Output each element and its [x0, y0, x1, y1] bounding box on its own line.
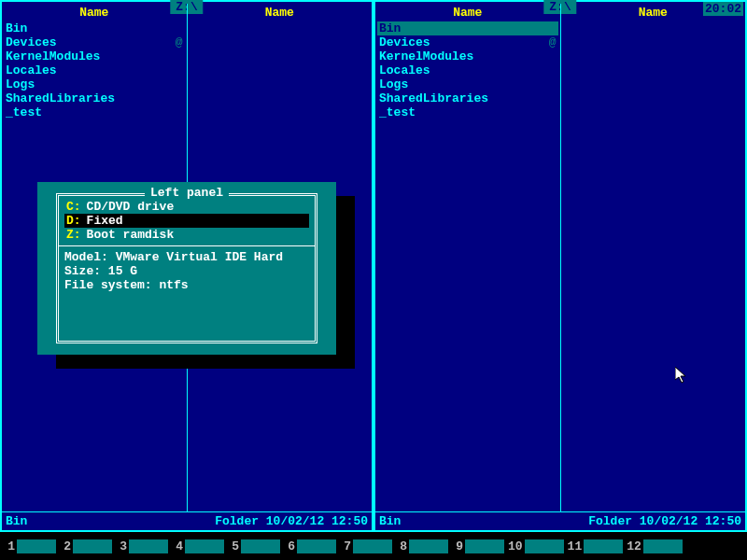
right-footer-name: Bin — [379, 514, 401, 528]
list-item[interactable]: SharedLibraries — [4, 91, 185, 105]
list-item[interactable]: _test — [4, 105, 185, 119]
function-key-bar: 123456789101112 — [0, 532, 747, 560]
fkey-10[interactable]: 10 — [508, 539, 564, 553]
fkey-9[interactable]: 9 — [452, 539, 504, 553]
info-size-value: 15 G — [108, 264, 137, 278]
list-item[interactable]: Logs — [4, 77, 185, 91]
drive-list[interactable]: C:CD/DVD driveD:FixedZ:Boot ramdisk — [64, 200, 309, 242]
fkey-3[interactable]: 3 — [116, 539, 168, 553]
list-item[interactable]: Bin — [377, 21, 558, 35]
fkey-5[interactable]: 5 — [228, 539, 280, 553]
col-header: Name — [188, 4, 373, 21]
drive-item[interactable]: C:CD/DVD drive — [64, 200, 309, 214]
fkey-2[interactable]: 2 — [60, 539, 112, 553]
list-item[interactable]: Locales — [377, 63, 558, 77]
list-item[interactable]: SharedLibraries — [377, 91, 558, 105]
clock: 20:02 — [703, 2, 743, 16]
info-fs-label: File system: — [64, 278, 152, 292]
right-file-list[interactable]: BinDevices@KernelModulesLocalesLogsShare… — [375, 21, 560, 119]
list-item[interactable]: Devices@ — [377, 35, 558, 49]
drive-select-dialog: Left panel C:CD/DVD driveD:FixedZ:Boot r… — [37, 182, 336, 355]
list-item[interactable]: _test — [377, 105, 558, 119]
col-header: Name — [375, 4, 560, 21]
drive-item[interactable]: D:Fixed — [64, 214, 309, 228]
fkey-8[interactable]: 8 — [396, 539, 448, 553]
drive-item[interactable]: Z:Boot ramdisk — [64, 228, 309, 242]
fkey-4[interactable]: 4 — [172, 539, 224, 553]
left-footer-name: Bin — [6, 514, 27, 528]
info-model-value: VMware Virtual IDE Hard — [116, 250, 283, 264]
list-item[interactable]: KernelModules — [377, 49, 558, 63]
info-model-label: Model: — [64, 250, 108, 264]
info-fs-value: ntfs — [159, 278, 188, 292]
list-item[interactable]: Logs — [377, 77, 558, 91]
col-header: Name — [2, 4, 187, 21]
left-footer-info: Folder 10/02/12 12:50 — [215, 514, 368, 528]
list-item[interactable]: Locales — [4, 63, 185, 77]
fkey-7[interactable]: 7 — [340, 539, 392, 553]
left-file-list[interactable]: BinDevices@KernelModulesLocalesLogsShare… — [2, 21, 187, 119]
list-item[interactable]: Bin — [4, 21, 185, 35]
fkey-6[interactable]: 6 — [284, 539, 336, 553]
fkey-12[interactable]: 12 — [627, 539, 683, 553]
dialog-title: Left panel — [145, 186, 229, 200]
fkey-1[interactable]: 1 — [4, 539, 56, 553]
list-item[interactable]: KernelModules — [4, 49, 185, 63]
right-col-1: Name BinDevices@KernelModulesLocalesLogs… — [375, 4, 561, 511]
fkey-11[interactable]: 11 — [568, 539, 624, 553]
dialog-separator — [59, 245, 315, 246]
right-footer-info: Folder 10/02/12 12:50 — [588, 514, 741, 528]
right-col-2: Name — [561, 4, 746, 511]
info-size-label: Size: — [64, 264, 101, 278]
list-item[interactable]: Devices@ — [4, 35, 185, 49]
right-panel: Z:\ 20:02 Name BinDevices@KernelModulesL… — [374, 0, 747, 532]
